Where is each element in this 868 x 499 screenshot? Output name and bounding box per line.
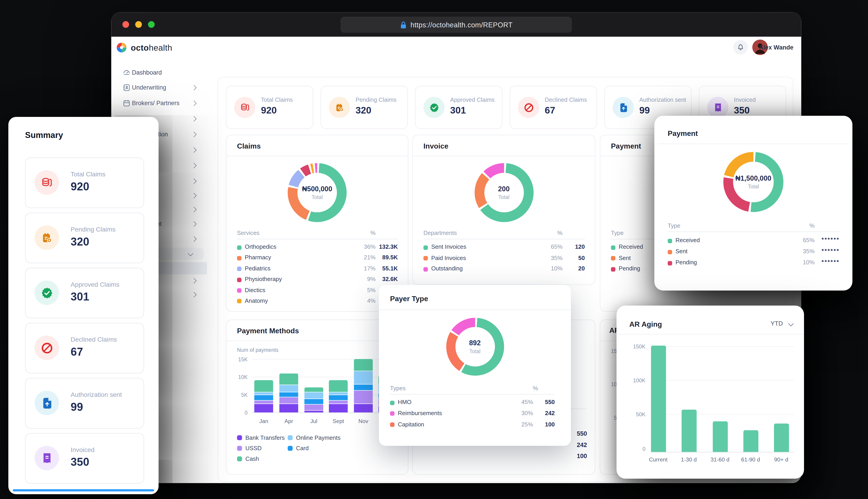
summary-scrollbar[interactable] [13,489,154,491]
legend-swatch [237,435,242,440]
stat-card-pending-claims: Pending Claims320 [321,86,408,129]
row-name: Anatomy [245,297,268,304]
row-percent: 35% [538,254,562,261]
file-upload-icon [40,397,53,410]
series-color-dot [668,250,672,254]
receipt-icon-wrap [707,97,729,118]
stacked-bar-sept [329,380,348,412]
row-percent: 4% [351,297,375,304]
divider [423,239,585,239]
dashboard-icon [123,69,131,77]
bar-segment-online-payments [280,385,298,392]
period-dropdown[interactable]: YTD [771,320,793,327]
minimize-window-button[interactable] [135,21,142,28]
series-color-dot [237,299,241,304]
bar-segment-card [354,385,373,391]
row-name: Outstanding [431,265,463,272]
table-row-capitation: Capitation25%100 [390,420,555,431]
coins-icon [40,176,53,189]
chevron-right-icon [191,278,197,283]
divider [658,144,849,144]
series-color-dot [611,245,616,250]
table-row-orthopedics: Orthopedics36%132.3K [237,243,398,254]
row-value: ****** [815,236,840,243]
close-window-button[interactable] [123,21,129,28]
claims-total-label: Total [311,194,323,200]
screenshot-stage: https://octohealth.com/REPORT octohealth [0,0,868,499]
row-name: Pending [675,259,697,266]
claims-donut-center: ₦500,000 Total [297,173,337,212]
x-axis-label: Apr [276,418,301,424]
browser-titlebar: https://octohealth.com/REPORT [111,12,801,37]
stat-card-approved-claims: Approved Claims301 [415,86,502,129]
summary-title: Summary [25,130,63,140]
sidebar-item-dashboard[interactable]: Dashboard [111,67,207,79]
badge-check-icon [40,286,53,299]
series-color-dot [237,267,241,271]
series-color-dot [423,245,428,250]
series-color-dot [390,400,395,405]
row-value: 120 [560,243,585,250]
summary-card-label: Authorization sent [71,391,122,398]
sidebar-item-underwriting[interactable]: Underwriting [111,82,207,94]
x-axis-label: 31-60 d [704,456,735,462]
clipboard-plus-icon-wrap [35,226,59,250]
summary-card-pending-claims: Pending Claims320 [25,212,144,263]
invoice-col-pct: % [557,229,562,236]
row-percent: 17% [351,265,375,271]
claims-col-services: Services [237,229,260,236]
gridline [251,359,399,360]
bar-segment-cash [354,359,373,371]
row-value: ****** [815,259,840,265]
invoice-total-label: Total [498,194,509,200]
bar-segment-ussd [329,401,348,404]
bar-segment-bank-transfers [280,404,298,412]
legend-swatch [237,456,242,461]
calendar-icon [123,99,131,107]
badge-check-icon-wrap [423,97,445,118]
divider [237,239,398,239]
claims-table: Orthopedics36%132.3KPharmacy21%89.5KPedi… [237,243,398,307]
ar-aging-overlay-window: AR Aging YTD 150K100K50K0Current1-30 d31… [617,305,804,479]
table-row-paid-invoices: Paid Invoices35%50 [423,254,585,264]
table-row-hmo: HMO45%550 [390,398,555,409]
row-name: Sent [675,247,687,254]
gridline [251,412,399,413]
summary-card-invoiced: Invoiced350 [25,433,144,484]
notifications-button[interactable] [733,40,748,54]
sidebar-item-label: Underwriting [132,84,166,91]
invoice-donut-center: 200 Total [484,173,524,212]
summary-card-declined-claims: Declined Claims67 [25,323,144,374]
stat-value: 99 [639,105,650,116]
url-text: https://octohealth.com/REPORT [410,21,513,28]
lock-icon [400,21,407,28]
gridline [651,346,794,346]
invoice-col-departments: Departments [423,229,457,236]
stat-label: Total Claims [261,96,293,103]
row-value: 55.1K [373,265,398,271]
payer-type-col-types: Types [390,385,406,391]
table-row-physiotherapy: Physiotherapy9%32.6K [237,275,398,286]
payer-type-table: HMO45%550Reimbursements30%242Capitation2… [390,398,555,431]
row-value: 132.3K [373,243,398,250]
clipboard-plus-icon-wrap [329,97,350,118]
payment-methods-y-axis-label: Num of payments [237,347,278,353]
bell-icon [737,44,744,51]
payment-donut-center: ₦1,500,000 Total [733,162,774,202]
legend-item-ussd: USSD [237,445,262,451]
legend-swatch [288,435,293,440]
app-logo[interactable]: octohealth [116,42,172,53]
row-value: 32.6K [373,276,398,282]
row-name: Received [675,236,700,243]
period-value: YTD [771,320,783,327]
zoom-window-button[interactable] [148,21,155,28]
row-percent: 21% [351,254,375,261]
bar-segment-card [280,392,298,397]
row-value: 100 [530,421,555,427]
address-bar[interactable]: https://octohealth.com/REPORT [340,17,572,33]
ar-bar-61-90-d [743,430,758,452]
sidebar-item-brokers-partners[interactable]: Brokers/ Partners [111,97,207,110]
chevron-right-icon [191,236,197,242]
invoice-card: Invoice 200 Total Departments % Sent Inv… [412,135,595,285]
series-color-dot [237,278,241,282]
